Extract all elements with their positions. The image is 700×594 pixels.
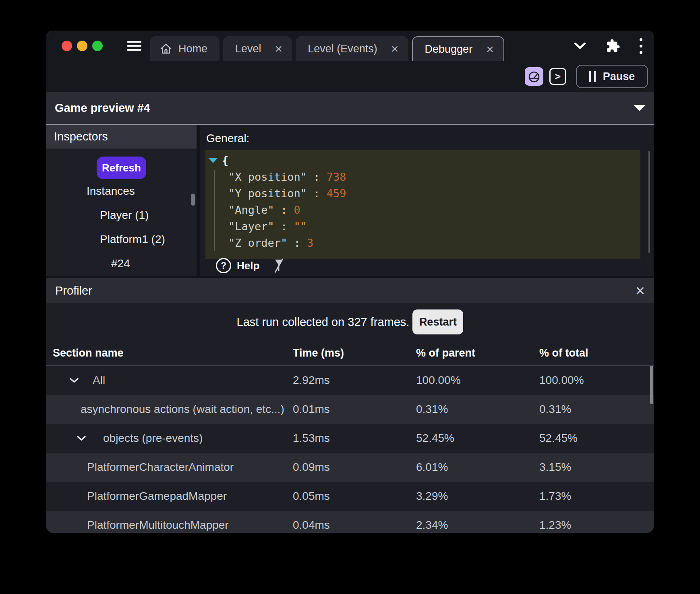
inspector-item-label: Platform1 (2) (100, 233, 165, 246)
percent-of-total-value: 1.23% (539, 519, 654, 532)
more-options-icon[interactable] (640, 38, 642, 54)
debugger-main: Inspectors Refresh Instances Player (1) … (46, 124, 654, 276)
tab-label: Debugger (425, 43, 473, 56)
profiler-table-row: asynchronous actions (wait action, etc..… (46, 395, 654, 424)
general-scrollbar[interactable] (648, 151, 650, 253)
pick-instance-disabled-icon[interactable] (271, 258, 286, 274)
json-line: "Z order" : 3 (228, 235, 640, 251)
percent-of-total-value: 100.00% (539, 374, 654, 387)
time-value: 0.05ms (293, 490, 416, 503)
game-preview-header[interactable]: Game preview #4 (46, 92, 654, 124)
tab-strip: Home Level × Level (Events) × Debugger × (150, 36, 504, 61)
percent-of-parent-value: 2.34% (416, 519, 539, 532)
inspector-tree-item[interactable]: Platform1 (2) (46, 227, 197, 252)
close-icon[interactable]: × (636, 283, 645, 299)
home-icon (160, 43, 172, 55)
tab-label: Home (178, 43, 207, 55)
tab-level-events[interactable]: Level (Events) × (296, 36, 408, 61)
tab-home[interactable]: Home (150, 36, 220, 61)
refresh-button[interactable]: Refresh (97, 157, 146, 179)
json-key: "Layer" : (228, 220, 294, 233)
minimize-window-button[interactable] (77, 41, 87, 51)
dropdown-caret-icon[interactable] (634, 105, 646, 111)
profiler-panel: Profiler × Last run collected on 327 fra… (46, 276, 654, 533)
profiler-table-row: PlatformerCharacterAnimator 0.09ms 6.01%… (46, 453, 654, 482)
time-value: 1.53ms (293, 432, 416, 445)
section-name: PlatformerGamepadMapper (87, 490, 227, 503)
inspector-tree-item[interactable]: Player (1) (46, 203, 197, 227)
profiler-table-header: Section name Time (ms) % of parent % of … (46, 341, 654, 366)
profiler-title: Profiler (55, 284, 92, 297)
json-value: "" (294, 220, 307, 233)
column-time: Time (ms) (293, 347, 416, 359)
chevron-down-icon[interactable] (69, 377, 79, 383)
time-value: 0.09ms (293, 461, 416, 474)
help-label[interactable]: Help (237, 260, 259, 272)
column-section-name: Section name (46, 347, 293, 359)
profiler-table-row: All 2.92ms 100.00% 100.00% (46, 366, 654, 395)
chevron-down-icon[interactable] (77, 435, 86, 441)
console-icon[interactable]: > (549, 68, 566, 85)
json-lines: "X position" : 738 "Y position" : 459 "A… (208, 169, 640, 251)
percent-of-parent-value: 0.31% (416, 403, 539, 416)
json-inspector: { "X position" : 738 "Y position" : 459 … (205, 150, 640, 259)
tab-label: Level (235, 43, 261, 55)
percent-of-parent-value: 100.00% (416, 374, 539, 387)
inspector-item-label: #24 (111, 257, 130, 270)
percent-of-parent-value: 6.01% (416, 461, 539, 474)
json-value: 3 (307, 237, 313, 249)
help-icon[interactable]: ? (216, 258, 231, 273)
close-icon[interactable]: × (275, 42, 283, 55)
profiler-table-row: objects (pre-events) 1.53ms 52.45% 52.45… (46, 424, 654, 453)
pause-label: Pause (603, 70, 635, 83)
tab-debugger[interactable]: Debugger × (412, 36, 504, 61)
debugger-toolbar: > Pause (46, 61, 654, 92)
pause-button[interactable]: Pause (576, 65, 648, 88)
general-title: General: (206, 132, 249, 145)
profiler-table-row: PlatformerMultitouchMapper 0.04ms 2.34% … (46, 511, 654, 533)
section-name: PlatformerCharacterAnimator (87, 461, 234, 474)
expander-triangle-icon[interactable] (208, 158, 218, 163)
help-glyph: ? (221, 260, 226, 271)
json-value: 459 (327, 187, 346, 200)
inspector-item-label: Player (1) (100, 209, 149, 222)
profiler-table-body: All 2.92ms 100.00% 100.00% asynchronous … (46, 366, 654, 533)
profiler-gauge-icon[interactable] (525, 67, 543, 86)
chevron-down-icon[interactable] (574, 42, 586, 50)
profiler-header: Profiler × (46, 278, 654, 303)
restart-button[interactable]: Restart (412, 309, 463, 334)
percent-of-total-value: 52.45% (539, 432, 654, 445)
section-name: PlatformerMultitouchMapper (87, 519, 229, 532)
close-window-button[interactable] (62, 41, 72, 51)
open-brace: { (222, 154, 228, 167)
app-window: Home Level × Level (Events) × Debugger × (46, 31, 654, 533)
close-icon[interactable]: × (391, 42, 399, 55)
indent-guide (214, 170, 215, 251)
close-icon[interactable]: × (486, 43, 494, 56)
inspectors-panel: Inspectors Refresh Instances Player (1) … (46, 125, 197, 276)
inspector-tree-item[interactable]: #24 (46, 252, 197, 276)
section-name: asynchronous actions (wait action, etc..… (81, 403, 284, 416)
percent-of-total-value: 1.73% (539, 490, 654, 503)
inspectors-header: Inspectors (46, 125, 197, 148)
inspectors-tree: Instances Player (1) Platform1 (2) #24 (46, 179, 197, 276)
extensions-puzzle-icon[interactable] (606, 39, 620, 53)
panel-divider (197, 125, 200, 276)
help-row: ? Help (216, 258, 286, 274)
time-value: 0.04ms (293, 519, 416, 532)
section-name: objects (pre-events) (103, 432, 203, 445)
menu-icon[interactable] (127, 41, 141, 51)
inspectors-scrollbar[interactable] (191, 194, 195, 206)
profiler-status-row: Last run collected on 327 frames. Restar… (46, 303, 654, 341)
json-line: "Layer" : "" (228, 218, 640, 235)
general-panel: General: { "X position" : 738 "Y positio… (200, 125, 654, 276)
json-line: "X position" : 738 (228, 169, 640, 185)
zoom-window-button[interactable] (92, 41, 103, 51)
profiler-scrollbar[interactable] (650, 366, 653, 404)
inspector-tree-item[interactable]: Instances (46, 179, 197, 203)
json-key: "Y position" : (228, 187, 327, 200)
inspector-item-label: Instances (87, 185, 135, 198)
profiler-table-row: PlatformerGamepadMapper 0.05ms 3.29% 1.7… (46, 482, 654, 511)
json-value: 738 (327, 171, 346, 183)
tab-level[interactable]: Level × (223, 36, 292, 61)
